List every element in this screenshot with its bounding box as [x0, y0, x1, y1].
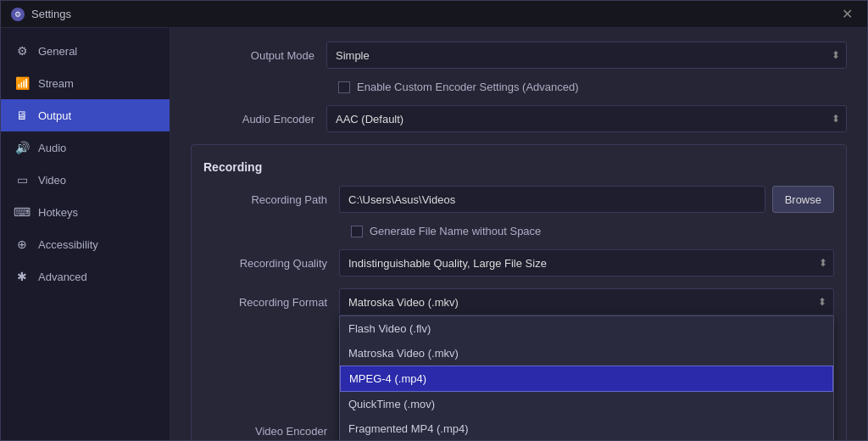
sidebar-item-general[interactable]: ⚙ General [1, 35, 170, 67]
generate-filename-row: Generate File Name without Space [351, 225, 834, 237]
browse-button[interactable]: Browse [772, 186, 834, 213]
recording-quality-row: Recording Quality Indistinguishable Qual… [203, 249, 834, 276]
audio-encoder-row: Audio Encoder AAC (Default) [191, 105, 847, 132]
recording-quality-label: Recording Quality [203, 257, 339, 270]
recording-path-control: Browse [339, 186, 834, 213]
video-encoder-label: Video Encoder [203, 425, 339, 438]
output-mode-select[interactable]: Simple [326, 42, 847, 69]
format-option-flv[interactable]: Flash Video (.flv) [340, 316, 833, 341]
recording-format-list: Flash Video (.flv) Matroska Video (.mkv)… [339, 315, 834, 440]
titlebar-left: ⚙ Settings [11, 8, 71, 21]
custom-encoder-row: Enable Custom Encoder Settings (Advanced… [338, 81, 847, 93]
recording-format-control: Matroska Video (.mkv) Flash Video (.flv)… [339, 288, 834, 315]
recording-format-label: Recording Format [203, 296, 339, 309]
audio-encoder-select[interactable]: AAC (Default) [326, 105, 847, 132]
sidebar-label-general: General [38, 45, 77, 58]
content-area: ⚙ General 📶 Stream 🖥 Output 🔊 Audio ▭ Vi… [1, 28, 867, 440]
sidebar-label-advanced: Advanced [38, 271, 87, 283]
generate-filename-checkbox[interactable] [351, 226, 363, 237]
sidebar: ⚙ General 📶 Stream 🖥 Output 🔊 Audio ▭ Vi… [1, 28, 170, 440]
close-button[interactable]: ✕ [837, 4, 857, 25]
sidebar-item-advanced[interactable]: ✱ Advanced [1, 260, 170, 293]
sidebar-label-stream: Stream [38, 77, 74, 90]
sidebar-item-stream[interactable]: 📶 Stream [1, 67, 170, 99]
recording-quality-select[interactable]: Indistinguishable Quality, Large File Si… [339, 249, 834, 276]
sidebar-item-accessibility[interactable]: ⊕ Accessibility [1, 228, 170, 260]
window-title: Settings [31, 8, 71, 20]
main-content: Output Mode Simple Enable Custom Encoder… [170, 28, 867, 440]
sidebar-item-video[interactable]: ▭ Video [1, 164, 170, 196]
recording-format-row: Recording Format Matroska Video (.mkv) F… [203, 288, 834, 315]
app-icon: ⚙ [11, 8, 25, 21]
sidebar-item-output[interactable]: 🖥 Output [1, 99, 170, 131]
audio-encoder-label: Audio Encoder [191, 113, 326, 126]
sidebar-label-audio: Audio [38, 142, 66, 154]
format-option-mp4[interactable]: MPEG-4 (.mp4) [340, 366, 833, 392]
custom-encoder-checkbox[interactable] [338, 81, 350, 93]
stream-icon: 📶 [14, 75, 30, 91]
recording-format-value: Matroska Video (.mkv) [348, 296, 459, 309]
recording-quality-control: Indistinguishable Quality, Large File Si… [339, 249, 834, 276]
sidebar-label-accessibility: Accessibility [38, 238, 98, 251]
accessibility-icon: ⊕ [14, 237, 30, 252]
gear-icon: ⚙ [14, 43, 30, 59]
format-option-mov[interactable]: QuickTime (.mov) [340, 392, 833, 416]
format-option-mkv[interactable]: Matroska Video (.mkv) [340, 341, 833, 366]
output-mode-row: Output Mode Simple [191, 42, 847, 69]
custom-encoder-label: Enable Custom Encoder Settings (Advanced… [357, 81, 579, 93]
output-mode-control: Simple [326, 42, 847, 69]
sidebar-item-hotkeys[interactable]: ⌨ Hotkeys [1, 196, 170, 228]
recording-section-title: Recording [203, 160, 834, 174]
audio-icon: 🔊 [14, 140, 30, 155]
settings-window: ⚙ Settings ✕ ⚙ General 📶 Stream 🖥 Output… [0, 0, 868, 441]
advanced-icon: ✱ [14, 269, 30, 284]
recording-section: Recording Recording Path Browse Generate… [191, 144, 847, 440]
recording-path-label: Recording Path [203, 193, 339, 206]
sidebar-label-output: Output [38, 109, 71, 122]
recording-path-row: Recording Path Browse [203, 186, 834, 213]
output-mode-label: Output Mode [191, 49, 326, 62]
output-icon: 🖥 [14, 108, 30, 123]
video-icon: ▭ [14, 172, 30, 187]
format-option-fmp4[interactable]: Fragmented MP4 (.mp4) [340, 416, 833, 440]
hotkeys-icon: ⌨ [14, 204, 30, 220]
titlebar: ⚙ Settings ✕ [1, 1, 867, 28]
sidebar-item-audio[interactable]: 🔊 Audio [1, 131, 170, 164]
sidebar-label-hotkeys: Hotkeys [38, 206, 78, 219]
audio-encoder-control: AAC (Default) [326, 105, 847, 132]
sidebar-label-video: Video [38, 174, 66, 187]
recording-path-input[interactable] [339, 186, 765, 213]
generate-filename-label: Generate File Name without Space [370, 225, 541, 237]
recording-format-dropdown[interactable]: Matroska Video (.mkv) [339, 288, 834, 315]
